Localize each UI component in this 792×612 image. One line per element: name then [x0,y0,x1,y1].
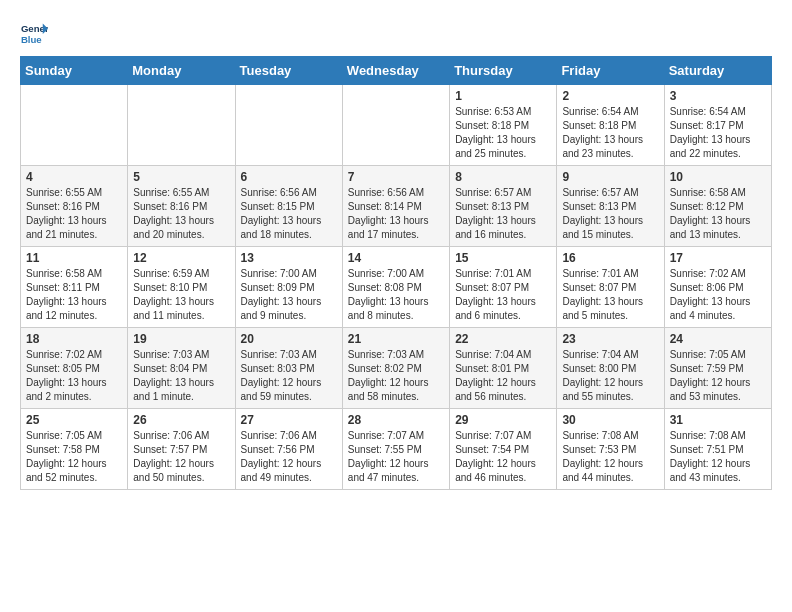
calendar-cell: 5Sunrise: 6:55 AM Sunset: 8:16 PM Daylig… [128,166,235,247]
calendar-cell: 25Sunrise: 7:05 AM Sunset: 7:58 PM Dayli… [21,409,128,490]
day-number: 20 [241,332,337,346]
day-info: Sunrise: 7:05 AM Sunset: 7:59 PM Dayligh… [670,348,766,404]
day-info: Sunrise: 7:03 AM Sunset: 8:02 PM Dayligh… [348,348,444,404]
calendar-header: SundayMondayTuesdayWednesdayThursdayFrid… [21,57,772,85]
day-info: Sunrise: 7:03 AM Sunset: 8:03 PM Dayligh… [241,348,337,404]
calendar-cell: 3Sunrise: 6:54 AM Sunset: 8:17 PM Daylig… [664,85,771,166]
calendar-cell: 9Sunrise: 6:57 AM Sunset: 8:13 PM Daylig… [557,166,664,247]
calendar-cell: 17Sunrise: 7:02 AM Sunset: 8:06 PM Dayli… [664,247,771,328]
calendar-cell: 1Sunrise: 6:53 AM Sunset: 8:18 PM Daylig… [450,85,557,166]
day-info: Sunrise: 7:04 AM Sunset: 8:01 PM Dayligh… [455,348,551,404]
week-row-1: 1Sunrise: 6:53 AM Sunset: 8:18 PM Daylig… [21,85,772,166]
day-number: 13 [241,251,337,265]
calendar-cell: 8Sunrise: 6:57 AM Sunset: 8:13 PM Daylig… [450,166,557,247]
day-info: Sunrise: 7:01 AM Sunset: 8:07 PM Dayligh… [562,267,658,323]
day-number: 18 [26,332,122,346]
day-number: 6 [241,170,337,184]
day-info: Sunrise: 7:02 AM Sunset: 8:05 PM Dayligh… [26,348,122,404]
calendar-cell: 10Sunrise: 6:58 AM Sunset: 8:12 PM Dayli… [664,166,771,247]
day-info: Sunrise: 7:07 AM Sunset: 7:55 PM Dayligh… [348,429,444,485]
calendar-cell: 31Sunrise: 7:08 AM Sunset: 7:51 PM Dayli… [664,409,771,490]
calendar-cell: 29Sunrise: 7:07 AM Sunset: 7:54 PM Dayli… [450,409,557,490]
calendar-cell: 2Sunrise: 6:54 AM Sunset: 8:18 PM Daylig… [557,85,664,166]
day-number: 7 [348,170,444,184]
calendar-cell: 11Sunrise: 6:58 AM Sunset: 8:11 PM Dayli… [21,247,128,328]
calendar-cell: 13Sunrise: 7:00 AM Sunset: 8:09 PM Dayli… [235,247,342,328]
day-info: Sunrise: 6:53 AM Sunset: 8:18 PM Dayligh… [455,105,551,161]
day-number: 26 [133,413,229,427]
calendar-cell: 20Sunrise: 7:03 AM Sunset: 8:03 PM Dayli… [235,328,342,409]
day-info: Sunrise: 7:08 AM Sunset: 7:51 PM Dayligh… [670,429,766,485]
day-number: 14 [348,251,444,265]
day-number: 3 [670,89,766,103]
week-row-3: 11Sunrise: 6:58 AM Sunset: 8:11 PM Dayli… [21,247,772,328]
calendar-cell: 7Sunrise: 6:56 AM Sunset: 8:14 PM Daylig… [342,166,449,247]
calendar-cell: 21Sunrise: 7:03 AM Sunset: 8:02 PM Dayli… [342,328,449,409]
day-info: Sunrise: 7:08 AM Sunset: 7:53 PM Dayligh… [562,429,658,485]
day-number: 2 [562,89,658,103]
day-info: Sunrise: 6:55 AM Sunset: 8:16 PM Dayligh… [133,186,229,242]
week-row-2: 4Sunrise: 6:55 AM Sunset: 8:16 PM Daylig… [21,166,772,247]
day-number: 23 [562,332,658,346]
week-row-4: 18Sunrise: 7:02 AM Sunset: 8:05 PM Dayli… [21,328,772,409]
day-info: Sunrise: 7:05 AM Sunset: 7:58 PM Dayligh… [26,429,122,485]
weekday-header-tuesday: Tuesday [235,57,342,85]
logo-icon: General Blue [20,20,48,48]
day-number: 19 [133,332,229,346]
day-number: 30 [562,413,658,427]
day-info: Sunrise: 7:00 AM Sunset: 8:08 PM Dayligh… [348,267,444,323]
day-number: 4 [26,170,122,184]
day-info: Sunrise: 6:56 AM Sunset: 8:15 PM Dayligh… [241,186,337,242]
day-info: Sunrise: 7:03 AM Sunset: 8:04 PM Dayligh… [133,348,229,404]
day-number: 10 [670,170,766,184]
calendar-cell: 23Sunrise: 7:04 AM Sunset: 8:00 PM Dayli… [557,328,664,409]
day-number: 31 [670,413,766,427]
day-number: 9 [562,170,658,184]
calendar-cell: 14Sunrise: 7:00 AM Sunset: 8:08 PM Dayli… [342,247,449,328]
day-number: 8 [455,170,551,184]
day-number: 5 [133,170,229,184]
weekday-header-row: SundayMondayTuesdayWednesdayThursdayFrid… [21,57,772,85]
day-number: 15 [455,251,551,265]
day-info: Sunrise: 6:57 AM Sunset: 8:13 PM Dayligh… [562,186,658,242]
day-info: Sunrise: 6:54 AM Sunset: 8:18 PM Dayligh… [562,105,658,161]
day-number: 25 [26,413,122,427]
calendar-cell: 30Sunrise: 7:08 AM Sunset: 7:53 PM Dayli… [557,409,664,490]
day-number: 1 [455,89,551,103]
calendar-cell: 19Sunrise: 7:03 AM Sunset: 8:04 PM Dayli… [128,328,235,409]
day-info: Sunrise: 6:54 AM Sunset: 8:17 PM Dayligh… [670,105,766,161]
day-number: 11 [26,251,122,265]
day-number: 21 [348,332,444,346]
day-info: Sunrise: 7:04 AM Sunset: 8:00 PM Dayligh… [562,348,658,404]
weekday-header-saturday: Saturday [664,57,771,85]
calendar-cell: 12Sunrise: 6:59 AM Sunset: 8:10 PM Dayli… [128,247,235,328]
day-info: Sunrise: 6:58 AM Sunset: 8:12 PM Dayligh… [670,186,766,242]
calendar-table: SundayMondayTuesdayWednesdayThursdayFrid… [20,56,772,490]
svg-text:Blue: Blue [21,34,42,45]
calendar-cell: 26Sunrise: 7:06 AM Sunset: 7:57 PM Dayli… [128,409,235,490]
calendar-cell [235,85,342,166]
calendar-cell: 6Sunrise: 6:56 AM Sunset: 8:15 PM Daylig… [235,166,342,247]
day-number: 12 [133,251,229,265]
day-info: Sunrise: 7:07 AM Sunset: 7:54 PM Dayligh… [455,429,551,485]
calendar-cell: 18Sunrise: 7:02 AM Sunset: 8:05 PM Dayli… [21,328,128,409]
day-number: 24 [670,332,766,346]
day-info: Sunrise: 6:57 AM Sunset: 8:13 PM Dayligh… [455,186,551,242]
calendar-cell [21,85,128,166]
calendar-cell: 16Sunrise: 7:01 AM Sunset: 8:07 PM Dayli… [557,247,664,328]
calendar-cell: 15Sunrise: 7:01 AM Sunset: 8:07 PM Dayli… [450,247,557,328]
day-number: 27 [241,413,337,427]
weekday-header-wednesday: Wednesday [342,57,449,85]
calendar-cell: 27Sunrise: 7:06 AM Sunset: 7:56 PM Dayli… [235,409,342,490]
day-info: Sunrise: 7:06 AM Sunset: 7:56 PM Dayligh… [241,429,337,485]
week-row-5: 25Sunrise: 7:05 AM Sunset: 7:58 PM Dayli… [21,409,772,490]
day-number: 17 [670,251,766,265]
calendar-cell: 28Sunrise: 7:07 AM Sunset: 7:55 PM Dayli… [342,409,449,490]
calendar-cell: 4Sunrise: 6:55 AM Sunset: 8:16 PM Daylig… [21,166,128,247]
calendar-body: 1Sunrise: 6:53 AM Sunset: 8:18 PM Daylig… [21,85,772,490]
calendar-cell: 24Sunrise: 7:05 AM Sunset: 7:59 PM Dayli… [664,328,771,409]
weekday-header-thursday: Thursday [450,57,557,85]
day-info: Sunrise: 7:00 AM Sunset: 8:09 PM Dayligh… [241,267,337,323]
day-number: 16 [562,251,658,265]
calendar-cell: 22Sunrise: 7:04 AM Sunset: 8:01 PM Dayli… [450,328,557,409]
